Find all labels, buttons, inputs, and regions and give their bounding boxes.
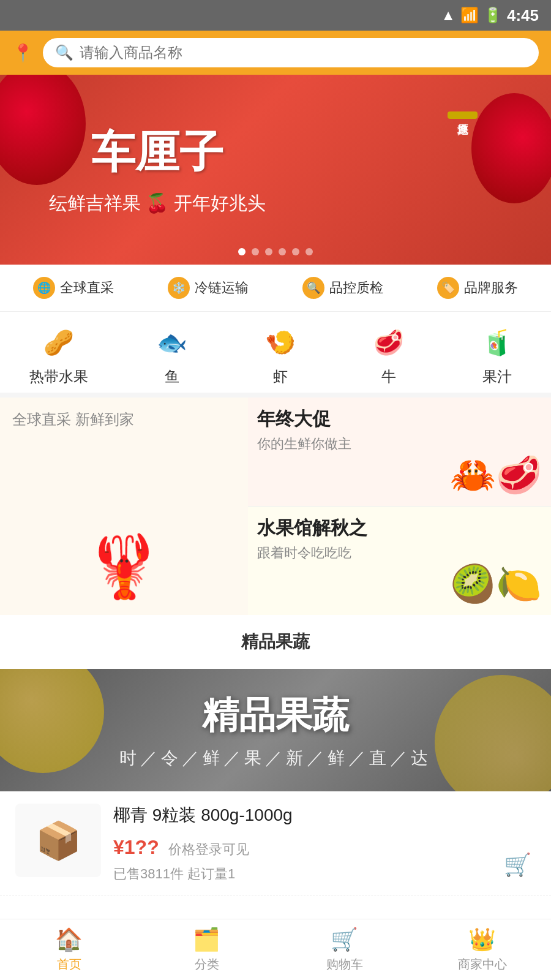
feature-global[interactable]: 🌐 全球直采 (33, 277, 114, 299)
location-icon[interactable]: 📍 (12, 43, 34, 63)
category-img-fish: 🐟 (148, 324, 197, 361)
product-image: 📦 (15, 804, 101, 877)
category-label-shrimp: 虾 (273, 367, 288, 386)
banner-dots[interactable] (238, 248, 313, 255)
promo-left-title: 全球直采 新鲜到家 (12, 410, 236, 429)
product-name: 椰青 9粒装 800g-1000g (113, 804, 487, 827)
battery-icon: 🔋 (484, 7, 502, 24)
nav-home-label: 首页 (57, 956, 81, 973)
nav-category-label: 分类 (195, 956, 219, 973)
feature-icon-cold: ❄️ (168, 277, 190, 299)
feature-icon-brand: 🏷️ (437, 277, 459, 299)
search-input-wrap[interactable]: 🔍 (43, 38, 539, 67)
signal-icon: 📶 (460, 7, 479, 24)
promo-right-top[interactable]: 年终大促 你的生鲜你做主 🦀🥩 (248, 398, 551, 507)
boutique-subtitle: 时／令／鲜／果／新／鲜／直／达 (119, 747, 432, 770)
feature-label-quality: 品控质检 (329, 279, 383, 297)
boutique-title: 精品果蔬 (202, 691, 349, 741)
hero-banner[interactable]: 车厘子 纭鲜吉祥果 🍒 开年好兆头 原产地直供 (0, 75, 551, 265)
promo-lobster-img: 🦞 (12, 530, 236, 603)
product-card: 📦 椰青 9粒装 800g-1000g ¥1?? 价格登录可见 已售3811件 … (0, 791, 551, 896)
banner-dot-2[interactable] (265, 248, 272, 255)
banner-dot-5[interactable] (305, 248, 313, 255)
merchant-icon: 👑 (468, 927, 496, 952)
category-label-tropical: 热带水果 (29, 367, 88, 386)
promo-grid: 全球直采 新鲜到家 🦞 年终大促 你的生鲜你做主 🦀🥩 水果馆解秋之 跟着时令吃… (0, 398, 551, 615)
category-img-tropical: 🥜 (34, 324, 83, 361)
product-info: 椰青 9粒装 800g-1000g ¥1?? 价格登录可见 已售3811件 起订… (113, 804, 487, 883)
add-to-cart-button[interactable]: 🛒 (499, 846, 536, 883)
feature-label-cold: 冷链运输 (195, 279, 249, 297)
category-label-fish: 鱼 (165, 367, 179, 386)
promo-left[interactable]: 全球直采 新鲜到家 🦞 (0, 398, 248, 615)
category-img-beef: 🥩 (364, 324, 413, 361)
status-bar: ▲ 📶 🔋 4:45 (0, 0, 551, 31)
section-title: 精品果蔬 (241, 632, 310, 651)
banner-dot-1[interactable] (252, 248, 259, 255)
product-min-order: 起订量1 (187, 866, 235, 881)
boutique-banner: 精品果蔬 时／令／鲜／果／新／鲜／直／达 (0, 669, 551, 791)
promo-bottom-img: 🥝🍋 (450, 562, 542, 606)
feature-quality[interactable]: 🔍 品控质检 (302, 277, 383, 299)
category-fish[interactable]: 🐟 鱼 (148, 324, 197, 386)
banner-badge: 原产地直供 (448, 111, 478, 119)
promo-right: 年终大促 你的生鲜你做主 🦀🥩 水果馆解秋之 跟着时令吃吃吃 🥝🍋 (248, 398, 551, 615)
banner-dot-3[interactable] (279, 248, 286, 255)
category-tropical-fruit[interactable]: 🥜 热带水果 (29, 324, 88, 386)
product-price: ¥1?? (113, 836, 159, 859)
category-label-juice: 果汁 (482, 367, 512, 386)
status-time: 4:45 (507, 6, 539, 25)
product-price-note: 价格登录可见 (168, 840, 249, 859)
promo-top-heading: 年终大促 (257, 407, 542, 432)
boutique-lemon-right (435, 675, 551, 791)
feature-label-brand: 品牌服务 (464, 279, 518, 297)
banner-subtitle: 纭鲜吉祥果 🍒 开年好兆头 (49, 191, 266, 216)
home-icon: 🏠 (55, 927, 83, 952)
category-beef[interactable]: 🥩 牛 (364, 324, 413, 386)
nav-home[interactable]: 🏠 首页 (0, 919, 138, 980)
nav-cart[interactable]: 🛒 购物车 (276, 919, 413, 980)
features-row: 🌐 全球直采 ❄️ 冷链运输 🔍 品控质检 🏷️ 品牌服务 (0, 265, 551, 312)
feature-cold[interactable]: ❄️ 冷链运输 (168, 277, 249, 299)
nav-merchant[interactable]: 👑 商家中心 (413, 919, 551, 980)
banner-dot-0[interactable] (238, 248, 246, 255)
feature-icon-quality: 🔍 (302, 277, 324, 299)
product-sold-count: 已售3811件 (113, 866, 184, 881)
cherry-decoration-right (471, 93, 551, 203)
section-title-wrap: 精品果蔬 (0, 615, 551, 669)
feature-label-global: 全球直采 (60, 279, 114, 297)
nav-cart-label: 购物车 (326, 956, 363, 973)
nav-merchant-label: 商家中心 (458, 956, 507, 973)
banner-title: 车厘子 (49, 123, 266, 182)
feature-brand[interactable]: 🏷️ 品牌服务 (437, 277, 518, 299)
banner-content: 车厘子 纭鲜吉祥果 🍒 开年好兆头 (49, 123, 266, 216)
category-shrimp[interactable]: 🍤 虾 (256, 324, 305, 386)
promo-top-img: 🦀🥩 (450, 453, 542, 497)
category-img-shrimp: 🍤 (256, 324, 305, 361)
banner-dot-4[interactable] (292, 248, 299, 255)
category-img-juice: 🧃 (473, 324, 522, 361)
boutique-lemon-left (0, 669, 104, 773)
category-row: 🥜 热带水果 🐟 鱼 🍤 虾 🥩 牛 🧃 果汁 (0, 312, 551, 393)
cart-icon: 🛒 (331, 927, 358, 952)
search-input[interactable] (80, 44, 527, 61)
nav-category[interactable]: 🗂️ 分类 (138, 919, 276, 980)
promo-top-sub: 你的生鲜你做主 (257, 435, 542, 453)
wifi-icon: ▲ (441, 7, 455, 24)
promo-bottom-sub: 跟着时令吃吃吃 (257, 544, 542, 562)
feature-icon-global: 🌐 (33, 277, 55, 299)
category-icon: 🗂️ (193, 927, 220, 952)
search-bar: 📍 🔍 (0, 31, 551, 75)
promo-bottom-heading: 水果馆解秋之 (257, 516, 542, 541)
search-icon: 🔍 (55, 44, 73, 61)
category-label-beef: 牛 (381, 367, 396, 386)
category-juice[interactable]: 🧃 果汁 (473, 324, 522, 386)
bottom-nav: 🏠 首页 🗂️ 分类 🛒 购物车 👑 商家中心 (0, 919, 551, 980)
product-sold-info: 已售3811件 起订量1 (113, 865, 487, 883)
product-price-row: ¥1?? 价格登录可见 (113, 836, 487, 859)
promo-right-bottom[interactable]: 水果馆解秋之 跟着时令吃吃吃 🥝🍋 (248, 507, 551, 615)
status-icons: ▲ 📶 🔋 4:45 (441, 6, 539, 25)
